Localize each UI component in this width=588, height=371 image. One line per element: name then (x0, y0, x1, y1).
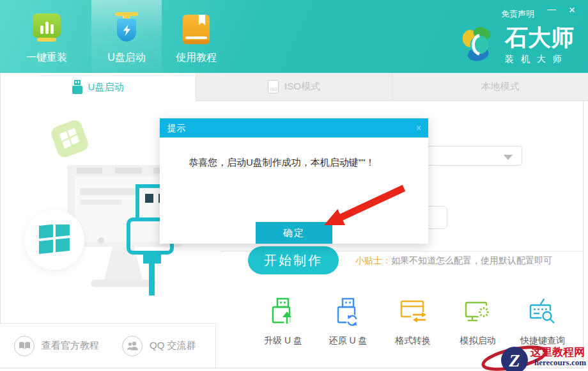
dialog-title: 提示 (160, 118, 428, 138)
nav-item-label: 一键重装 (26, 51, 67, 65)
tab-label: U盘启动 (88, 81, 124, 93)
watermark-domain: herecours.com (534, 358, 586, 368)
nav-item-label: U盘启动 (107, 51, 146, 65)
brand-swirl-icon (459, 24, 499, 67)
tutorial-book-icon (183, 11, 210, 44)
tool-restore-usb[interactable]: 还原 U 盘 (318, 296, 378, 347)
tab-label: 本地模式 (481, 81, 520, 93)
people-icon (122, 336, 143, 356)
tool-label: 还原 U 盘 (329, 335, 368, 347)
footer-link-label: QQ 交流群 (150, 340, 196, 352)
dialog-message: 恭喜您，启动U盘制作成功，本机启动键""！ (189, 157, 375, 169)
monitor-base-illustration (91, 280, 156, 287)
tab-iso-mode[interactable]: ISO ISO模式 (196, 73, 392, 101)
brand-tagline: 装机大师 (505, 54, 574, 65)
upgrade-usb-icon (267, 296, 299, 329)
tab-local-mode[interactable]: 本地模式 (392, 73, 588, 101)
official-tutorial-link[interactable]: 查看官方教程 (14, 336, 99, 356)
nav-item-usb-boot[interactable]: U盘启动 (91, 0, 162, 73)
reinstall-chart-icon (32, 11, 61, 44)
site-watermark: Z 这里教程网 herecours.com (481, 339, 588, 371)
tool-label: 升级 U 盘 (264, 335, 302, 347)
iso-file-icon: ISO (268, 80, 279, 93)
nav-item-label: 使用教程 (176, 51, 217, 65)
tool-format-convert[interactable]: 格式转换 (383, 296, 443, 347)
tab-usb-boot[interactable]: U盘启动 (0, 73, 196, 101)
tool-upgrade-usb[interactable]: 升级 U 盘 (253, 296, 313, 347)
usb-boot-shield-icon (112, 11, 141, 44)
hotkey-query-icon (527, 296, 559, 329)
footer-link-label: 查看官方教程 (42, 340, 99, 352)
tab-label: ISO模式 (284, 81, 320, 93)
format-convert-icon (397, 296, 429, 329)
brand-name: 石大师 (505, 26, 574, 49)
usb-drive-icon (72, 80, 82, 94)
tip-label: 小贴士： (355, 255, 391, 265)
footer-links: 查看官方教程 QQ 交流群 (0, 323, 216, 368)
dialog-close-icon[interactable]: × (409, 118, 428, 138)
disclaimer-link[interactable]: 免责声明 (501, 8, 534, 20)
window-right-border (583, 101, 584, 368)
windows-badge-illustration (49, 118, 90, 159)
usb-cable-illustration (149, 264, 155, 296)
watermark-letter: Z (508, 351, 520, 370)
tip-text: 小贴士：如果不知道怎么配置，使用默认配置即可 (355, 255, 552, 267)
windows-logo-circle (24, 210, 84, 270)
nav-item-tutorial[interactable]: 使用教程 (161, 0, 231, 73)
red-pointer-arrow (318, 182, 410, 235)
start-make-button[interactable]: 开始制作 (248, 246, 339, 274)
book-icon (14, 336, 35, 356)
header: 一键重装 U盘启动 使用教程 免责声明 — × (0, 0, 588, 73)
brand-logo: 石大师 装机大师 (459, 24, 574, 67)
restore-usb-icon (332, 296, 364, 329)
app-window: 一键重装 U盘启动 使用教程 免责声明 — × (0, 0, 588, 371)
mode-tabbar: U盘启动 ISO ISO模式 本地模式 (0, 73, 588, 101)
close-button[interactable]: × (566, 4, 578, 17)
nav-item-reinstall[interactable]: 一键重装 (12, 0, 82, 73)
qq-group-link[interactable]: QQ 交流群 (122, 336, 196, 356)
tool-label: 格式转换 (395, 335, 431, 347)
usb-connector-illustration (143, 255, 161, 264)
monitor-icon (461, 81, 476, 93)
simulate-boot-icon (462, 296, 494, 329)
minimize-button[interactable]: — (546, 4, 557, 17)
chevron-down-icon (504, 155, 513, 160)
